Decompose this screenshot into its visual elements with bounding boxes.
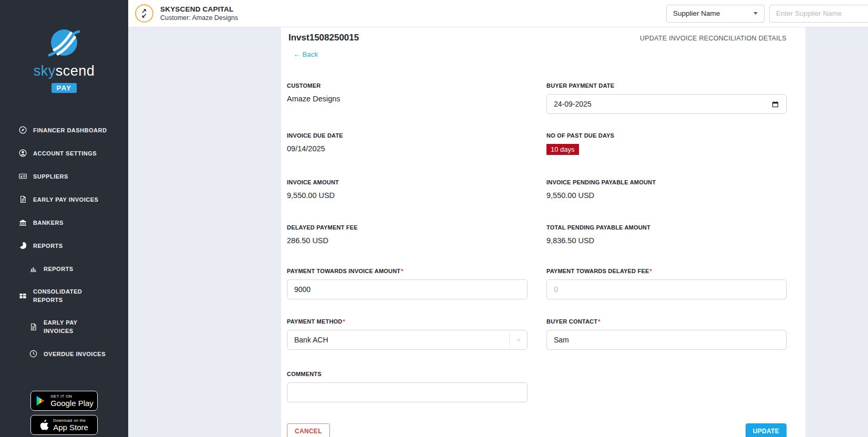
required-asterisk: * [343,318,345,325]
payment-method-select[interactable]: Bank ACH [287,330,528,350]
customer-value: Amaze Designs [287,94,528,104]
sidebar-item-label: CONSOLIDATED REPORTS [33,287,112,304]
payment-towards-delayed-fee-label: PAYMENT TOWARDS DELAYED FEE [546,268,649,274]
sidebar-item-early-pay-invoices[interactable]: EARLY PAY INVOICES [0,195,128,204]
company-title: SKYSCEND CAPITAL [160,5,238,13]
invoice-file-icon [18,195,27,204]
customer-subtitle: Customer: Amaze Designs [160,14,238,22]
field-buyer-contact: BUYER CONTACT* [546,318,787,350]
sidebar-item-label: OVERDUE INVOICES [44,350,106,358]
update-button[interactable]: UPDATE [746,423,787,437]
field-payment-towards-delayed-fee: PAYMENT TOWARDS DELAYED FEE* [546,267,787,299]
skyscend-logo: skyscend PAY [0,28,128,93]
sidebar-item-consolidated-reports[interactable]: CONSOLIDATED REPORTS [0,287,128,304]
field-customer: CUSTOMER Amaze Designs [287,82,528,114]
section-title: UPDATE INVOICE RECONCILIATION DETAILS [640,35,787,42]
sidebar-item-label: ACCOUNT SETTINGS [33,149,97,158]
invoice-amount-label: INVOICE AMOUNT [287,179,528,186]
sidebar-item-label: SUPPLIERS [33,172,68,181]
invoice-due-date-label: INVOICE DUE DATE [287,132,528,140]
table-grid-icon [18,292,27,300]
sidebar-item-label: BANKERS [33,218,64,227]
google-play-tagline: GET IT ON [50,394,94,399]
buyer-payment-date-value: 24-09-2025 [554,100,592,108]
compass-icon [18,126,27,134]
supplier-search-input[interactable] [769,5,868,23]
delayed-payment-fee-label: DELAYED PAYMENT FEE [287,224,528,232]
app-store-tagline: Download on the [53,419,88,423]
required-asterisk: * [598,318,600,325]
buyer-payment-date-input[interactable]: 24-09-2025 [546,94,787,114]
back-link[interactable]: ← Back [293,50,318,58]
supplier-filter-value: Supplier Name [673,9,720,17]
payment-towards-delayed-fee-input[interactable] [546,279,787,299]
past-due-days-badge: 10 days [546,144,579,155]
buyer-contact-label: BUYER CONTACT [546,318,597,325]
app-store-label: App Store [53,423,88,431]
sidebar-item-account-settings[interactable]: ACCOUNT SETTINGS [0,149,128,158]
pay-badge: PAY [51,83,76,93]
sidebar-item-suppliers[interactable]: $ SUPPLIERS [0,172,128,181]
total-pending-payable-value: 9,836.50 USD [546,236,787,246]
chevron-down-icon [753,12,758,15]
pie-chart-icon [18,241,27,250]
payment-method-value: Bank ACH [294,336,509,344]
app-store-badge[interactable]: Download on the App Store [30,415,98,435]
supplier-filter-select[interactable]: Supplier Name [666,5,764,23]
top-header: SKYSCEND CAPITAL Customer: Amaze Designs… [128,0,868,27]
field-invoice-pending-payable: INVOICE PENDING PAYABLE AMOUNT 9,550.00 … [546,179,787,201]
sidebar-item-financer-dashboard[interactable]: FINANCER DASHBOARD [0,126,128,134]
field-payment-method: PAYMENT METHOD* Bank ACH [287,318,528,350]
payment-towards-invoice-label: PAYMENT TOWARDS INVOICE AMOUNT [287,268,400,274]
sidebar-item-label: REPORTS [33,242,63,250]
sidebar-item-reports[interactable]: REPORTS [0,241,128,250]
field-comments: COMMENTS [287,370,528,402]
sidebar-item-overdue-invoices[interactable]: OVERDUE INVOICES [0,349,128,358]
required-asterisk: * [401,268,403,274]
user-circle-icon [18,149,27,158]
field-invoice-due-date: INVOICE DUE DATE 09/14/2025 [287,132,528,155]
google-play-label: Google Play [50,399,94,407]
sidebar-item-label: REPORTS [44,265,74,273]
transfer-toggle-icon[interactable] [135,4,153,23]
sidebar-item-early-pay-invoices-sub[interactable]: EARLY PAY INVOICES [0,318,128,335]
customer-label: CUSTOMER [287,82,528,90]
sidebar-item-label: FINANCER DASHBOARD [33,126,107,134]
past-due-days-label: NO OF PAST DUE DAYS [546,132,787,140]
invoice-amount-value: 9,550.00 USD [287,191,528,201]
content-area: Invst1508250015 UPDATE INVOICE RECONCILI… [128,27,868,437]
reconciliation-card: Invst1508250015 UPDATE INVOICE RECONCILI… [281,27,805,437]
page-title: Invst1508250015 [288,33,359,43]
delayed-payment-fee-value: 286.50 USD [287,236,528,246]
google-play-icon [35,394,46,407]
payment-towards-invoice-input[interactable] [287,279,528,299]
field-invoice-amount: INVOICE AMOUNT 9,550.00 USD [287,179,528,201]
clock-icon [29,349,38,358]
sidebar-item-reports-sub[interactable]: REPORTS [0,264,128,273]
comments-label: COMMENTS [287,370,528,378]
field-past-due-days: NO OF PAST DUE DAYS 10 days [546,132,787,155]
google-play-badge[interactable]: GET IT ON Google Play [30,391,98,411]
field-total-pending-payable: TOTAL PENDING PAYABLE AMOUNT 9,836.50 US… [546,224,787,246]
sidebar-item-label: EARLY PAY INVOICES [33,195,98,204]
chevron-down-icon [509,334,527,346]
skyscend-swoosh-icon [49,28,79,58]
cancel-button[interactable]: CANCEL [287,423,330,437]
field-delayed-payment-fee: DELAYED PAYMENT FEE 286.50 USD [287,224,528,246]
sidebar-nav: FINANCER DASHBOARD ACCOUNT SETTINGS $ SU… [0,126,128,358]
total-pending-payable-label: TOTAL PENDING PAYABLE AMOUNT [546,224,787,232]
svg-text:$: $ [20,175,23,178]
buyer-contact-input[interactable] [546,330,787,350]
sidebar-item-bankers[interactable]: BANKERS [0,218,128,227]
buyer-payment-date-label: BUYER PAYMENT DATE [546,82,787,90]
sidebar: skyscend PAY FINANCER DASHBOARD ACCOUNT … [0,0,128,437]
required-asterisk: * [650,268,652,274]
invoice-pending-payable-value: 9,550.00 USD [546,191,787,201]
field-payment-towards-invoice: PAYMENT TOWARDS INVOICE AMOUNT* [287,267,528,299]
comments-input[interactable] [287,382,528,402]
bar-chart-icon [29,264,38,273]
invoice-pending-payable-label: INVOICE PENDING PAYABLE AMOUNT [546,179,787,186]
calendar-icon[interactable] [771,100,779,108]
invoice-file-icon [29,322,38,331]
bank-icon [18,218,27,227]
